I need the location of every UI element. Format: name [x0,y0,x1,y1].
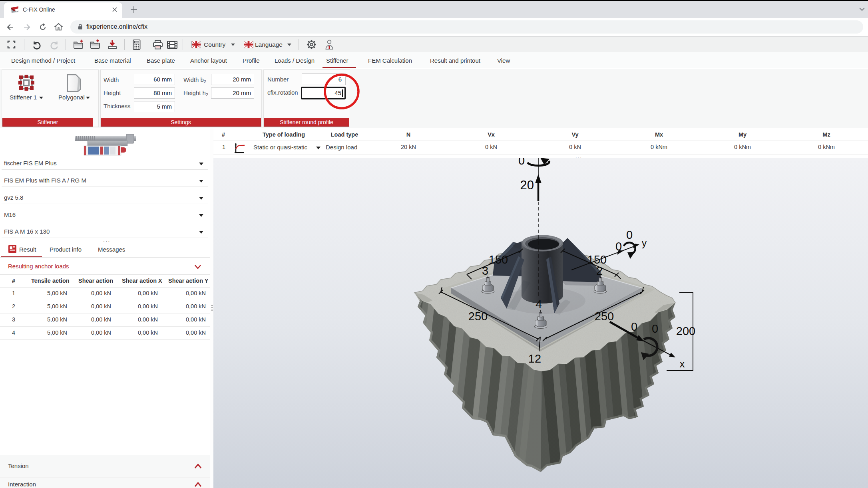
svg-text:4: 4 [536,298,542,311]
svg-text:20: 20 [520,178,534,192]
svg-text:3: 3 [482,264,488,277]
svg-text:250: 250 [468,310,488,323]
svg-text:0: 0 [626,228,633,241]
svg-text:250: 250 [595,310,614,323]
svg-text:0: 0 [615,240,622,253]
svg-text:0: 0 [518,158,525,167]
svg-text:x: x [680,358,685,370]
svg-text:200: 200 [676,325,695,337]
svg-text:y: y [642,238,647,248]
svg-text:12: 12 [528,352,541,365]
svg-text:2: 2 [596,264,603,277]
svg-text:0: 0 [652,322,658,335]
svg-text:150: 150 [489,253,508,266]
svg-text:0: 0 [631,320,637,333]
